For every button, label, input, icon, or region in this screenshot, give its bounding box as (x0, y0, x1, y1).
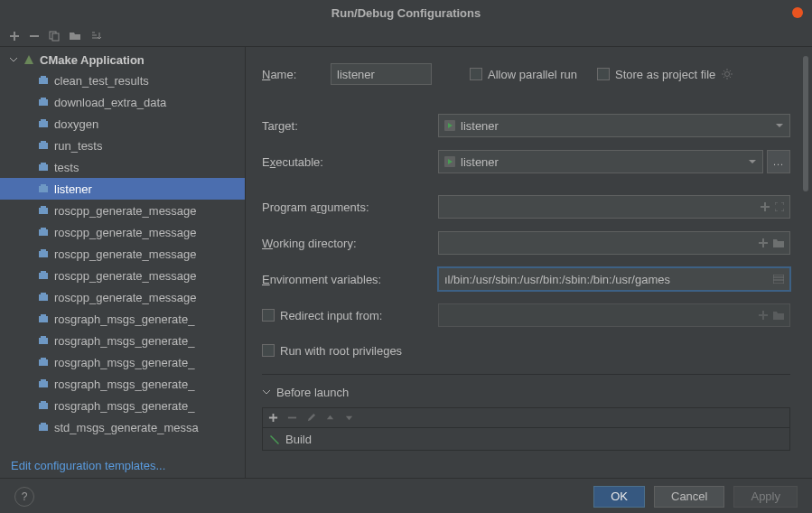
tree-item-label: rosgraph_msgs_generate_ (54, 334, 194, 348)
tree-item[interactable]: roscpp_generate_message (0, 265, 245, 286)
ok-button[interactable]: OK (593, 486, 645, 508)
svg-rect-19 (39, 251, 48, 257)
tree-item[interactable]: rosgraph_msgs_generate_ (0, 351, 245, 373)
before-launch-toolbar (262, 407, 790, 427)
target-icon (38, 248, 49, 259)
root-priv-checkbox[interactable]: Run with root privileges (262, 344, 402, 358)
tree-item[interactable]: roscpp_generate_message (0, 221, 245, 243)
svg-rect-40 (773, 275, 784, 284)
svg-rect-7 (39, 121, 48, 127)
tree-item-label: std_msgs_generate_messa (54, 421, 199, 434)
chevron-down-icon (262, 387, 271, 396)
target-dropdown[interactable]: listener (438, 114, 790, 137)
tree-item-label: download_extra_data (54, 96, 166, 109)
target-icon (38, 75, 49, 86)
svg-point-37 (725, 72, 730, 77)
svg-rect-0 (30, 35, 39, 37)
edit-templates-link[interactable]: Edit configuration templates... (11, 459, 165, 472)
target-icon (38, 162, 49, 173)
tree-item[interactable]: rosgraph_msgs_generate_ (0, 373, 245, 395)
target-icon (38, 97, 49, 107)
tree-item-label: doxygen (54, 117, 98, 131)
svg-rect-21 (39, 273, 48, 279)
svg-rect-18 (41, 228, 46, 229)
scrollbar[interactable] (803, 56, 810, 453)
root-priv-label: Run with root privileges (280, 344, 402, 358)
target-icon (38, 357, 49, 368)
tree-item[interactable]: rosgraph_msgs_generate_ (0, 395, 245, 416)
target-icon (38, 400, 49, 411)
down-icon (344, 413, 354, 423)
config-tree: CMake Application clean_test_resultsdown… (0, 47, 246, 478)
browse-executable-button[interactable]: ... (767, 150, 790, 173)
tree-item[interactable]: roscpp_generate_message (0, 286, 245, 308)
tree-item[interactable]: listener (0, 178, 245, 200)
store-project-checkbox[interactable]: Store as project file (597, 68, 715, 81)
redirect-label: Redirect input from: (280, 309, 382, 322)
executable-dropdown[interactable]: listener (438, 150, 763, 173)
add-icon[interactable] (759, 238, 768, 247)
checkbox-icon (262, 344, 275, 357)
tree-item-label: listener (54, 182, 92, 196)
svg-rect-31 (39, 381, 48, 387)
svg-rect-32 (41, 379, 46, 381)
program-args-label: Program arguments: (262, 201, 438, 214)
working-dir-input[interactable] (438, 231, 790, 255)
tree-item[interactable]: download_extra_data (0, 91, 245, 113)
tree-root[interactable]: CMake Application (0, 50, 245, 70)
svg-rect-35 (39, 424, 48, 431)
tree-item[interactable]: std_msgs_generate_messa (0, 416, 245, 438)
close-icon[interactable] (792, 7, 803, 18)
tree-item[interactable]: doxygen (0, 113, 245, 135)
redirect-input-field[interactable] (438, 303, 790, 327)
add-icon[interactable] (761, 202, 770, 211)
cancel-button[interactable]: Cancel (654, 486, 724, 508)
tree-item[interactable]: clean_test_results (0, 70, 245, 91)
target-icon (38, 270, 49, 281)
add-icon (759, 311, 768, 320)
help-button[interactable]: ? (14, 487, 34, 507)
tree-item[interactable]: tests (0, 156, 245, 178)
env-vars-value: ıl/bin:/usr/sbin:/usr/bin:/sbin:/bin:/us… (444, 273, 768, 286)
folder-icon[interactable] (773, 238, 784, 247)
folder-icon (773, 311, 784, 320)
name-input[interactable] (331, 63, 432, 85)
before-launch-list[interactable]: Build (262, 427, 790, 451)
redirect-input-checkbox[interactable]: Redirect input from: (262, 309, 438, 322)
expand-icon[interactable] (775, 202, 784, 211)
target-icon (38, 335, 49, 346)
tree-item-label: rosgraph_msgs_generate_ (54, 312, 194, 326)
tree-item[interactable]: run_tests (0, 135, 245, 156)
env-vars-input[interactable]: ıl/bin:/usr/sbin:/usr/bin:/sbin:/bin:/us… (438, 267, 790, 291)
gear-icon[interactable] (721, 68, 733, 80)
svg-rect-6 (41, 98, 46, 99)
tree-item[interactable]: rosgraph_msgs_generate_ (0, 330, 245, 351)
target-icon (38, 205, 49, 216)
folder-icon[interactable] (69, 31, 81, 42)
edit-icon (306, 413, 316, 423)
list-icon[interactable] (773, 275, 784, 284)
before-launch-header[interactable]: Before launch (262, 382, 812, 402)
target-icon (38, 118, 49, 129)
tree-item[interactable]: roscpp_generate_message (0, 200, 245, 221)
svg-rect-25 (39, 316, 48, 322)
svg-rect-11 (39, 164, 48, 171)
allow-parallel-checkbox[interactable]: Allow parallel run (470, 68, 577, 81)
svg-rect-30 (41, 358, 46, 359)
add-icon[interactable] (9, 31, 20, 42)
svg-rect-3 (39, 78, 48, 84)
svg-rect-28 (41, 336, 46, 338)
target-value: listener (461, 119, 499, 133)
svg-rect-36 (41, 423, 46, 424)
cmake-icon (23, 54, 34, 65)
add-icon[interactable] (268, 413, 278, 423)
run-icon (444, 120, 455, 131)
tree-item[interactable]: rosgraph_msgs_generate_ (0, 308, 245, 330)
svg-rect-24 (41, 293, 46, 294)
tree-item[interactable]: roscpp_generate_message (0, 243, 245, 265)
copy-icon[interactable] (49, 31, 60, 42)
program-args-input[interactable] (438, 195, 790, 219)
remove-icon[interactable] (29, 31, 40, 42)
apply-button[interactable]: Apply (733, 486, 798, 508)
chevron-down-icon (748, 157, 757, 166)
